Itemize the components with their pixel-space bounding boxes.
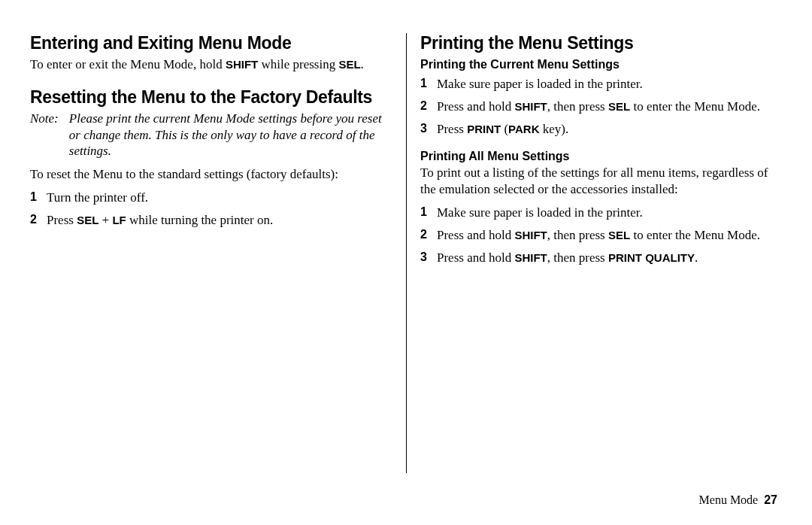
- step-item: Press and hold SHIFT, then press SEL to …: [420, 226, 782, 248]
- heading-resetting: Resetting the Menu to the Factory Defaul…: [30, 87, 392, 108]
- step-item: Press and hold SHIFT, then press SEL to …: [420, 97, 782, 120]
- manual-page: Entering and Exiting Menu Mode To enter …: [0, 0, 812, 525]
- text-fragment: Press: [47, 213, 77, 227]
- key-sel: SEL: [77, 214, 98, 226]
- key-lf: LF: [112, 214, 126, 226]
- para-reset-intro: To reset the Menu to the standard settin…: [30, 166, 392, 182]
- heading-printing-settings: Printing the Menu Settings: [420, 33, 782, 53]
- key-sel: SEL: [608, 229, 630, 241]
- text-fragment: Press: [437, 122, 467, 136]
- page-number: 27: [764, 493, 777, 506]
- para-all-settings-intro: To print out a listing of the settings f…: [420, 165, 782, 197]
- text-fragment: +: [98, 213, 112, 227]
- text-fragment: .: [695, 250, 698, 265]
- step-item: Press PRINT (PARK key).: [420, 120, 782, 142]
- key-print-quality: PRINT QUALITY: [608, 251, 695, 264]
- text-fragment: while turning the printer on.: [126, 213, 273, 227]
- left-column: Entering and Exiting Menu Mode To enter …: [30, 33, 406, 473]
- footer-section: Menu Mode: [699, 493, 759, 506]
- text-fragment: , then press: [547, 228, 608, 242]
- text-fragment: to enter the Menu Mode.: [630, 99, 760, 114]
- steps-reset: Turn the printer off. Press SEL + LF whi…: [30, 188, 392, 233]
- text-fragment: , then press: [547, 99, 608, 114]
- text-fragment: .: [361, 57, 364, 71]
- text-fragment: Press and hold: [437, 250, 514, 265]
- heading-entering-exiting: Entering and Exiting Menu Mode: [30, 33, 392, 53]
- text-fragment: (: [501, 122, 508, 136]
- text-fragment: To enter or exit the Menu Mode, hold: [30, 57, 226, 71]
- page-footer: Menu Mode 27: [699, 493, 777, 507]
- key-sel: SEL: [608, 100, 630, 113]
- para-enter-exit: To enter or exit the Menu Mode, hold SHI…: [30, 56, 392, 72]
- key-print: PRINT: [467, 123, 501, 135]
- key-shift: SHIFT: [226, 58, 258, 71]
- text-fragment: Press and hold: [437, 228, 514, 242]
- note-block: Note: Please print the current Menu Mode…: [30, 111, 392, 159]
- step-item: Press SEL + LF while turning the printer…: [30, 211, 392, 233]
- note-text: Please print the current Menu Mode setti…: [69, 111, 392, 159]
- text-fragment: key).: [539, 122, 568, 136]
- subheading-current-settings: Printing the Current Menu Settings: [420, 58, 782, 71]
- note-label: Note:: [30, 111, 59, 159]
- step-item: Make sure paper is loaded in the printer…: [420, 203, 782, 226]
- step-item: Make sure paper is loaded in the printer…: [420, 74, 782, 97]
- right-column: Printing the Menu Settings Printing the …: [406, 33, 782, 473]
- steps-print-all: Make sure paper is loaded in the printer…: [420, 203, 782, 271]
- subheading-all-settings: Printing All Menu Settings: [420, 150, 782, 163]
- key-shift: SHIFT: [514, 251, 547, 264]
- step-item: Turn the printer off.: [30, 188, 392, 211]
- step-item: Press and hold SHIFT, then press PRINT Q…: [420, 248, 782, 271]
- steps-print-current: Make sure paper is loaded in the printer…: [420, 74, 782, 142]
- text-fragment: to enter the Menu Mode.: [630, 228, 760, 242]
- key-park: PARK: [508, 123, 539, 135]
- text-fragment: , then press: [547, 250, 608, 265]
- key-shift: SHIFT: [514, 229, 547, 241]
- text-fragment: Press and hold: [437, 99, 514, 114]
- two-column-layout: Entering and Exiting Menu Mode To enter …: [30, 33, 782, 473]
- text-fragment: while pressing: [258, 57, 338, 71]
- key-shift: SHIFT: [514, 100, 547, 113]
- key-sel: SEL: [338, 58, 360, 71]
